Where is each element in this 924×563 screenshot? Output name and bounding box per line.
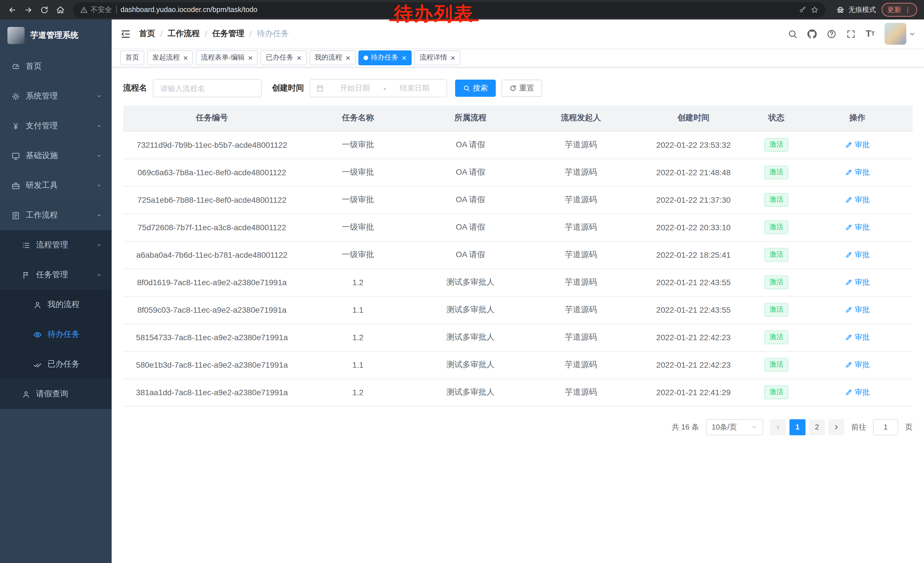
chevron-up-icon	[96, 212, 102, 219]
tab-form-edit[interactable]: 流程表单-编辑×	[196, 50, 258, 65]
close-icon[interactable]: ×	[345, 54, 350, 62]
tab-my-process[interactable]: 我的流程×	[309, 50, 355, 65]
approve-link[interactable]: 审批	[845, 167, 870, 177]
sidebar-item-my-process[interactable]: 我的流程	[0, 290, 112, 320]
edit-icon	[845, 389, 852, 396]
next-page-button[interactable]	[828, 419, 844, 435]
sidebar-item-home[interactable]: 首页	[0, 51, 112, 81]
sidebar-item-system[interactable]: 系统管理	[0, 81, 112, 111]
reset-button[interactable]: 重置	[501, 80, 542, 97]
sidebar-item-workflow[interactable]: 工作流程	[0, 200, 112, 230]
font-size-icon[interactable]: TT	[866, 29, 875, 38]
end-date-placeholder[interactable]: 结束日期	[388, 83, 441, 93]
cell-task-id: 8f0d1619-7ac8-11ec-a9e2-a2380e71991a	[123, 269, 301, 296]
close-icon[interactable]: ×	[183, 54, 188, 62]
tab-todo-task[interactable]: 待办任务×	[358, 50, 412, 65]
cell-task-id: 75d72608-7b7f-11ec-a3c8-acde48001122	[123, 214, 301, 241]
search-button[interactable]: 搜索	[455, 80, 496, 97]
password-key-icon[interactable]	[799, 6, 807, 14]
breadcrumb-item[interactable]: 工作流程	[168, 29, 200, 39]
sidebar-item-label: 首页	[26, 61, 102, 72]
cell-created: 2022-01-22 21:37:30	[636, 186, 751, 214]
tab-done-task[interactable]: 已办任务×	[261, 50, 307, 65]
status-badge: 激活	[764, 275, 788, 289]
tab-label: 待办任务	[371, 53, 399, 62]
close-icon[interactable]: ×	[248, 54, 252, 62]
page-button-1[interactable]: 1	[789, 419, 806, 435]
caret-down-icon	[909, 31, 915, 37]
approve-link[interactable]: 审批	[845, 387, 870, 398]
cell-created: 2022-01-21 22:43:55	[636, 269, 751, 296]
approve-link[interactable]: 审批	[845, 332, 870, 342]
close-icon[interactable]: ×	[450, 54, 455, 62]
breadcrumb-item[interactable]: 任务管理	[212, 29, 244, 39]
process-name-label: 流程名	[123, 83, 147, 93]
cell-task-id: 580e1b3d-7ac8-11ec-a9e2-a2380e71991a	[123, 351, 301, 378]
search-icon[interactable]	[788, 29, 798, 39]
create-time-label: 创建时间	[272, 83, 304, 93]
breadcrumb-separator: /	[160, 29, 163, 38]
avatar[interactable]	[885, 23, 906, 45]
start-date-placeholder[interactable]: 开始日期	[328, 83, 381, 93]
col-created: 创建时间	[636, 105, 751, 131]
chevron-down-icon	[751, 424, 758, 430]
browser-forward-button[interactable]	[21, 2, 36, 17]
tab-home[interactable]: 首页	[120, 50, 144, 65]
page-button-2[interactable]: 2	[809, 419, 825, 435]
approve-link[interactable]: 审批	[845, 222, 870, 233]
sidebar-item-leave-query[interactable]: 请假查询	[0, 379, 112, 409]
cell-task-name: 1.2	[301, 378, 416, 406]
sidebar-item-devtools[interactable]: 研发工具	[0, 171, 112, 200]
yen-icon	[12, 122, 20, 130]
prev-page-button[interactable]	[770, 419, 786, 435]
table-header-row: 任务编号 任务名称 所属流程 流程发起人 创建时间 状态 操作	[123, 105, 912, 131]
date-range-picker[interactable]: 开始日期 - 结束日期	[310, 79, 447, 98]
sidebar-fold-icon[interactable]	[120, 29, 131, 39]
security-warning[interactable]: 不安全	[80, 5, 112, 15]
menu-dots-icon[interactable]	[904, 6, 911, 14]
browser-back-button[interactable]	[4, 2, 20, 17]
sidebar-item-task-mgmt[interactable]: 任务管理	[0, 260, 112, 290]
edit-icon	[845, 141, 852, 149]
approve-link[interactable]: 审批	[845, 360, 870, 370]
monitor-icon	[12, 152, 20, 160]
list-icon	[22, 241, 30, 249]
goto-page-input[interactable]	[873, 419, 898, 435]
help-icon[interactable]	[826, 29, 836, 39]
tab-start-process[interactable]: 发起流程×	[147, 50, 193, 65]
sidebar-item-payment[interactable]: 支付管理	[0, 111, 112, 141]
browser-update-button[interactable]: 更新	[882, 3, 917, 17]
total-count: 共 16 条	[672, 422, 699, 432]
cell-created: 2022-01-22 18:25:41	[636, 241, 751, 269]
tab-process-detail[interactable]: 流程详情×	[414, 50, 460, 65]
approve-link[interactable]: 审批	[845, 195, 870, 205]
close-icon[interactable]: ×	[297, 54, 302, 62]
process-name-input[interactable]	[153, 79, 262, 98]
sidebar-item-done-task[interactable]: 已办任务	[0, 349, 112, 379]
cell-process: 测试多审批人	[415, 296, 525, 324]
github-icon[interactable]	[807, 29, 817, 39]
cell-created: 2022-01-22 21:48:48	[636, 159, 751, 186]
sidebar-item-label: 待办任务	[48, 329, 102, 339]
app-logo[interactable]: 芋道管理系统	[0, 20, 112, 51]
fullscreen-icon[interactable]	[846, 29, 856, 39]
browser-home-button[interactable]	[52, 2, 68, 17]
close-icon[interactable]: ×	[402, 54, 406, 62]
browser-refresh-button[interactable]	[37, 2, 51, 17]
approve-link[interactable]: 审批	[845, 140, 870, 150]
approve-link[interactable]: 审批	[845, 305, 870, 315]
bookmark-star-icon[interactable]	[811, 6, 819, 14]
approve-link[interactable]: 审批	[845, 250, 870, 260]
status-badge: 激活	[764, 358, 788, 371]
cell-task-id: 069c6a63-7b8a-11ec-8ef0-acde48001122	[123, 159, 301, 186]
pagination: 共 16 条 10条/页 1 2	[123, 419, 912, 435]
approve-link[interactable]: 审批	[845, 277, 870, 288]
breadcrumb-item[interactable]: 首页	[139, 29, 155, 39]
page-size-select[interactable]: 10条/页	[706, 419, 763, 435]
sidebar-item-todo-task[interactable]: 待办任务	[0, 320, 112, 349]
status-badge: 激活	[764, 193, 788, 206]
screen: 不安全 dashboard.yudao.iocoder.cn/bpm/task/…	[0, 0, 924, 563]
sidebar-item-process-mgmt[interactable]: 流程管理	[0, 230, 112, 260]
user-menu[interactable]	[885, 23, 915, 45]
sidebar-item-infrastructure[interactable]: 基础设施	[0, 141, 112, 171]
